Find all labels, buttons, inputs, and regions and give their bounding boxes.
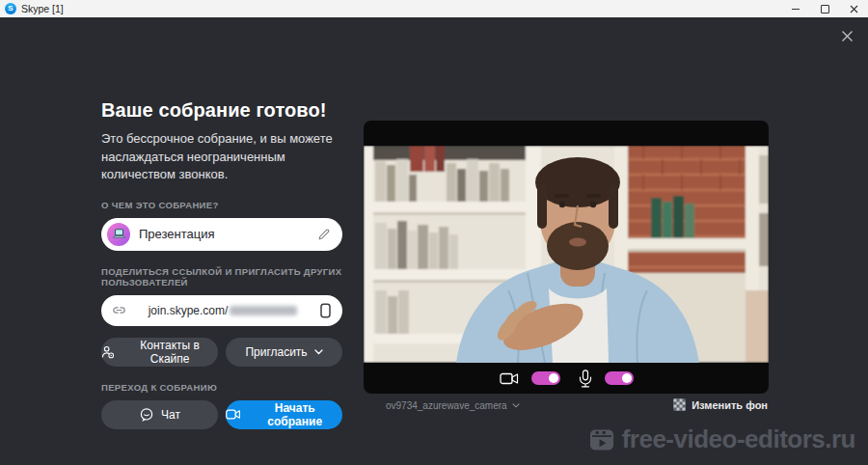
person-add-icon <box>101 345 115 359</box>
window-title: Skype [1] <box>21 3 64 14</box>
minimize-icon <box>792 9 800 10</box>
meeting-avatar-icon <box>107 223 130 246</box>
window-close-button[interactable] <box>839 0 868 17</box>
maximize-button[interactable] <box>810 0 839 17</box>
chat-bubble-icon <box>139 407 154 423</box>
invite-label: Пригласить <box>245 345 307 359</box>
chat-label: Чат <box>161 408 180 422</box>
change-background-label: Изменить фон <box>692 399 768 411</box>
meeting-setup-panel: Ваше собрание готово! Это бессрочное соб… <box>101 99 342 429</box>
invite-button[interactable]: Пригласить <box>226 338 342 367</box>
meeting-link-redacted <box>230 306 297 315</box>
meeting-ready-dialog: Ваше собрание готово! Это бессрочное соб… <box>0 17 868 465</box>
meeting-topic-input[interactable]: Презентация <box>101 218 342 251</box>
camera-icon <box>500 371 519 386</box>
laptop-icon <box>113 229 125 239</box>
chevron-down-icon <box>314 349 323 355</box>
camera-select[interactable]: ov9734_azurewave_camera <box>386 400 520 411</box>
meeting-topic-value: Презентация <box>139 227 309 241</box>
window-titlebar: S Skype [1] <box>0 0 868 17</box>
minimize-button[interactable] <box>781 0 810 17</box>
camera-toggle[interactable] <box>531 371 560 385</box>
skype-contacts-button[interactable]: Контакты в Скайпе <box>101 338 218 367</box>
video-control-bar <box>364 363 769 394</box>
webcam-preview <box>364 146 769 363</box>
dialog-close-button[interactable] <box>838 27 855 44</box>
chevron-down-icon <box>512 403 520 408</box>
skype-contacts-label: Контакты в Скайпе <box>122 339 218 366</box>
copy-link-icon[interactable] <box>319 303 332 318</box>
start-meeting-label: Начать собрание <box>247 401 342 428</box>
page-title: Ваше собрание готово! <box>101 99 342 122</box>
video-editor-logo-icon <box>589 427 614 452</box>
link-icon <box>112 305 126 315</box>
share-link-label: ПОДЕЛИТЬСЯ ССЫЛКОЙ И ПРИГЛАСИТЬ ДРУГИХ П… <box>101 266 342 287</box>
meeting-link-field[interactable]: join.skype.com/ <box>101 295 342 326</box>
join-meeting-label: ПЕРЕХОД К СОБРАНИЮ <box>101 382 342 393</box>
chat-button[interactable]: Чат <box>101 400 218 429</box>
maximize-icon <box>821 5 829 14</box>
meeting-description: Это бессрочное собрание, и вы можете нас… <box>101 130 342 184</box>
skype-logo-icon: S <box>5 3 16 14</box>
background-effect-icon <box>673 398 686 411</box>
video-preview-panel <box>364 121 769 394</box>
microphone-toggle[interactable] <box>605 371 634 385</box>
start-meeting-button[interactable]: Начать собрание <box>226 400 342 429</box>
topic-label: О ЧЕМ ЭТО СОБРАНИЕ? <box>101 200 342 210</box>
toggle-knob <box>622 373 632 383</box>
change-background-button[interactable]: Изменить фон <box>673 398 768 411</box>
close-icon <box>841 30 854 42</box>
edit-pencil-icon[interactable] <box>317 228 331 241</box>
microphone-icon <box>579 369 592 388</box>
video-call-icon <box>226 408 240 421</box>
toggle-knob <box>549 373 558 383</box>
webcam-preview-image <box>364 146 769 363</box>
watermark-text: free-video-editors.ru <box>622 424 855 454</box>
close-icon <box>850 5 858 14</box>
meeting-link-text: join.skype.com/ <box>149 304 229 317</box>
camera-select-label: ov9734_azurewave_camera <box>386 400 507 411</box>
watermark: free-video-editors.ru <box>589 424 855 454</box>
